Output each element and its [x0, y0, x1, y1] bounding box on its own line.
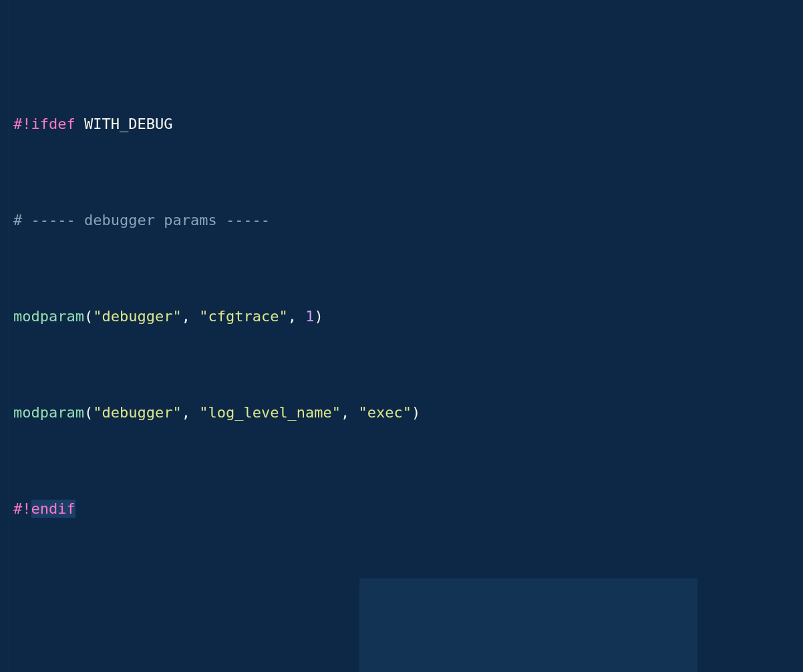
comma: ,	[182, 308, 200, 325]
preproc-keyword: ifdef	[31, 116, 75, 132]
preproc-hash: #!	[13, 500, 31, 517]
function-call: modparam	[13, 404, 84, 421]
string-literal: "cfgtrace"	[199, 308, 287, 325]
code-editor[interactable]: #!ifdef WITH_DEBUG # ----- debugger para…	[0, 0, 803, 672]
code-area[interactable]: #!ifdef WITH_DEBUG # ----- debugger para…	[9, 0, 803, 672]
space	[75, 116, 84, 132]
preproc-hash: #!	[13, 116, 31, 132]
comma: ,	[288, 308, 306, 325]
code-line[interactable]: modparam("debugger", "cfgtrace", 1)	[13, 305, 803, 329]
paren: )	[412, 404, 420, 421]
string-literal: "debugger"	[93, 404, 181, 421]
number-literal: 1	[305, 308, 314, 325]
gutter	[0, 0, 9, 672]
comment: # ----- debugger params -----	[13, 212, 270, 228]
preproc-keyword: endif	[31, 500, 75, 518]
code-line[interactable]: # ----- debugger params -----	[13, 208, 803, 232]
paren: (	[84, 404, 93, 421]
code-line[interactable]: #!ifdef WITH_DEBUG	[13, 112, 803, 136]
comma: ,	[341, 404, 359, 421]
paren: )	[314, 308, 323, 325]
function-call: modparam	[13, 308, 84, 325]
code-line[interactable]: #!endif	[13, 497, 803, 521]
paren: (	[84, 308, 93, 325]
selection-block	[359, 578, 697, 672]
comma: ,	[182, 404, 200, 421]
string-literal: "log_level_name"	[199, 404, 341, 421]
macro-name: WITH_DEBUG	[84, 116, 172, 132]
string-literal: "debugger"	[93, 308, 181, 325]
code-line[interactable]	[13, 593, 803, 617]
string-literal: "exec"	[359, 404, 412, 421]
code-line[interactable]: modparam("debugger", "log_level_name", "…	[13, 401, 803, 425]
